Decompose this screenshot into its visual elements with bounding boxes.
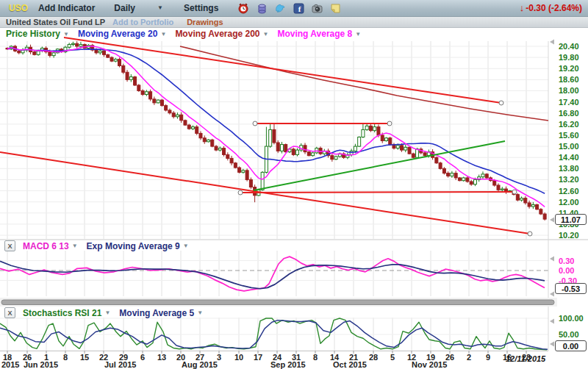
date-day-label: 10 bbox=[234, 353, 243, 362]
candlestick bbox=[126, 72, 129, 79]
candlestick bbox=[439, 163, 442, 169]
indicator-dropdown-arrow[interactable]: ▼ bbox=[263, 31, 269, 37]
indicator-label[interactable]: Stochastics RSI 21 bbox=[23, 308, 101, 318]
indicator-label[interactable]: Moving Average 20 bbox=[78, 29, 157, 39]
candlestick bbox=[312, 153, 315, 156]
close-panel-button[interactable]: X bbox=[4, 307, 15, 318]
stoch-panel-header: XStochastics RSI 21▼Moving Average 5▼ bbox=[4, 307, 212, 318]
candlestick bbox=[501, 189, 503, 190]
indicator-dropdown-arrow[interactable]: ▼ bbox=[355, 31, 361, 37]
candlestick bbox=[95, 50, 98, 53]
candlestick bbox=[110, 57, 113, 61]
date-month-label: Aug 2015 bbox=[182, 360, 218, 369]
settings-button[interactable]: Settings bbox=[184, 3, 218, 13]
date-month-label: Jun 2015 bbox=[24, 360, 58, 369]
add-to-portfolio-link[interactable]: Add to Portfolio bbox=[112, 18, 173, 26]
candlestick bbox=[242, 171, 245, 173]
candlestick bbox=[76, 43, 79, 46]
add-indicator-button[interactable]: Add Indicator bbox=[38, 3, 95, 13]
candlestick bbox=[269, 129, 272, 146]
candlestick bbox=[141, 90, 144, 94]
date-month-label: Jul 2015 bbox=[104, 360, 136, 369]
candlestick bbox=[485, 174, 488, 178]
candlestick bbox=[516, 195, 519, 201]
candlestick bbox=[412, 154, 415, 157]
candlestick bbox=[536, 204, 539, 209]
candlestick bbox=[114, 60, 117, 62]
macd-signal-line bbox=[0, 261, 545, 288]
indicator-dropdown-arrow[interactable]: ▼ bbox=[63, 31, 69, 37]
database-icon[interactable] bbox=[256, 3, 268, 14]
stoch-axis-tick: 50.00 bbox=[559, 330, 579, 339]
price-panel-header: Price History▼Moving Average 20▼Moving A… bbox=[6, 29, 370, 39]
candlestick bbox=[404, 147, 407, 150]
candlestick bbox=[160, 100, 163, 106]
timeframe-dropdown-arrow[interactable]: ▼ bbox=[157, 4, 163, 11]
candlestick bbox=[354, 146, 356, 151]
candlestick bbox=[528, 203, 531, 207]
indicator-dropdown-arrow[interactable]: ▼ bbox=[72, 243, 78, 249]
price-axis-tick: 16.20 bbox=[559, 120, 579, 129]
facebook-icon[interactable]: f bbox=[293, 3, 305, 14]
candlestick bbox=[71, 43, 74, 44]
candlestick bbox=[454, 173, 457, 178]
ma8-line bbox=[7, 46, 545, 207]
indicator-label[interactable]: Moving Average 8 bbox=[277, 29, 352, 39]
candlestick bbox=[49, 52, 51, 56]
indicator-dropdown-arrow[interactable]: ▼ bbox=[160, 31, 166, 37]
candlestick bbox=[199, 133, 202, 137]
macd-axis-tick: 0.00 bbox=[559, 266, 574, 275]
timeframe-select[interactable]: Daily bbox=[114, 3, 135, 13]
candlestick bbox=[470, 182, 473, 184]
candlestick bbox=[165, 106, 168, 110]
candlestick bbox=[68, 44, 71, 47]
candlestick bbox=[369, 126, 372, 130]
alarm-icon[interactable] bbox=[237, 3, 250, 14]
price-axis-tick: 19.20 bbox=[559, 64, 579, 73]
candlestick bbox=[249, 179, 252, 187]
candlestick bbox=[98, 51, 101, 53]
candlestick bbox=[196, 127, 198, 134]
price-axis-tick: 12.00 bbox=[559, 198, 579, 207]
price-down-arrow-icon: ↓ bbox=[520, 2, 525, 13]
indicator-dropdown-arrow[interactable]: ▼ bbox=[104, 309, 110, 316]
candlestick bbox=[447, 173, 450, 176]
drawings-link[interactable]: Drawings bbox=[187, 18, 223, 26]
candlestick bbox=[180, 115, 183, 121]
candlestick bbox=[473, 179, 476, 184]
candlestick bbox=[129, 77, 132, 80]
candlestick bbox=[304, 146, 306, 152]
axis-arrow-marker bbox=[550, 342, 554, 347]
price-axis-tick: 20.40 bbox=[559, 42, 579, 51]
indicator-label[interactable]: Moving Average 200 bbox=[175, 29, 259, 39]
camera-icon[interactable] bbox=[311, 3, 323, 14]
close-panel-button[interactable]: X bbox=[4, 240, 15, 251]
twitter-icon[interactable] bbox=[274, 3, 287, 14]
indicator-label[interactable]: MACD 6 13 bbox=[23, 241, 69, 251]
trendline-endpoint bbox=[528, 232, 532, 236]
price-axis-tick: 17.40 bbox=[559, 98, 579, 107]
indicator-label[interactable]: Price History bbox=[6, 29, 60, 39]
candlestick bbox=[451, 173, 453, 176]
indicator-dropdown-arrow[interactable]: ▼ bbox=[197, 309, 203, 316]
candlestick bbox=[261, 172, 264, 190]
candlestick bbox=[334, 157, 337, 160]
candlestick bbox=[145, 92, 148, 95]
indicator-label[interactable]: Moving Average 5 bbox=[119, 308, 194, 318]
indicator-label[interactable]: Exp Moving Average 9 bbox=[87, 241, 180, 251]
candlestick bbox=[157, 100, 159, 103]
candlestick bbox=[423, 153, 426, 156]
candlestick bbox=[184, 121, 187, 125]
candlestick bbox=[134, 77, 137, 85]
candlestick bbox=[273, 129, 276, 143]
candlestick bbox=[176, 115, 179, 117]
candlestick bbox=[389, 138, 392, 145]
trendline-endpoint bbox=[253, 121, 257, 126]
notes-icon[interactable] bbox=[329, 3, 342, 14]
candlestick bbox=[396, 146, 399, 148]
candlestick bbox=[493, 181, 496, 185]
macd-axis-tick: 0.30 bbox=[559, 257, 574, 265]
candlestick bbox=[416, 149, 419, 157]
candlestick bbox=[458, 178, 461, 181]
indicator-dropdown-arrow[interactable]: ▼ bbox=[183, 243, 189, 249]
